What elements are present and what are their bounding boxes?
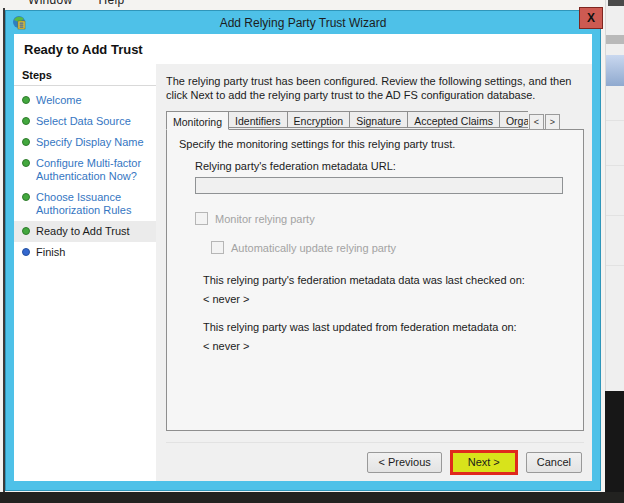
step-specify-display-name[interactable]: Specify Display Name xyxy=(14,132,156,153)
cancel-button[interactable]: Cancel xyxy=(526,452,582,473)
step-configure-multi-factor[interactable]: Configure Multi-factor Authentication No… xyxy=(14,153,156,187)
intro-text: The relying party trust has been configu… xyxy=(166,74,584,102)
background-list-divider xyxy=(606,165,624,166)
last-updated-label: This relying party was last updated from… xyxy=(203,321,571,333)
tab-monitoring[interactable]: Monitoring xyxy=(166,111,229,130)
auto-update-label: Automatically update relying party xyxy=(231,242,396,254)
auto-update-checkbox-row: Automatically update relying party xyxy=(211,241,571,254)
menu-item-window[interactable]: Window xyxy=(28,0,72,7)
menu-item-help[interactable]: Help xyxy=(98,0,124,7)
step-select-data-source[interactable]: Select Data Source xyxy=(14,111,156,132)
monitor-relying-party-checkbox-row: Monitor relying party xyxy=(195,212,571,225)
tab-encryption[interactable]: Encryption xyxy=(288,111,351,128)
step-status-icon xyxy=(22,159,30,167)
federation-metadata-url-input[interactable] xyxy=(195,177,563,194)
background-scrollbar-track xyxy=(606,35,624,44)
background-list-divider xyxy=(606,120,624,121)
monitoring-description: Specify the monitoring settings for this… xyxy=(179,138,571,150)
federation-metadata-url-label: Relying party's federation metadata URL: xyxy=(195,160,571,172)
step-status-icon xyxy=(22,227,30,235)
step-status-icon xyxy=(22,248,30,256)
close-button[interactable]: X xyxy=(579,7,603,29)
background-window-corner xyxy=(608,0,624,6)
add-relying-party-trust-wizard-dialog: Add Relying Party Trust Wizard X Ready t… xyxy=(5,10,601,491)
background-list-divider xyxy=(606,215,624,216)
dialog-titlebar[interactable]: Add Relying Party Trust Wizard X xyxy=(6,11,600,34)
settings-tabs: Monitoring Identifiers Encryption Signat… xyxy=(166,111,584,130)
step-welcome[interactable]: Welcome xyxy=(14,90,156,111)
background-dark-area xyxy=(605,391,624,503)
monitoring-tab-panel: Specify the monitoring settings for this… xyxy=(166,129,584,431)
auto-update-checkbox[interactable] xyxy=(211,241,224,254)
tab-signature[interactable]: Signature xyxy=(350,111,408,128)
background-right-panel xyxy=(605,0,624,503)
monitor-relying-party-checkbox[interactable] xyxy=(195,212,208,225)
step-status-icon xyxy=(22,193,30,201)
tab-scroll-right-button[interactable]: > xyxy=(545,114,560,130)
page-title: Ready to Add Trust xyxy=(14,34,592,64)
background-list-divider xyxy=(606,265,624,266)
tab-organization[interactable]: Organization xyxy=(500,111,528,128)
last-updated-value: < never > xyxy=(203,340,571,352)
tab-identifiers[interactable]: Identifiers xyxy=(229,111,288,128)
last-checked-value: < never > xyxy=(203,293,571,305)
step-status-icon xyxy=(22,138,30,146)
step-status-icon xyxy=(22,96,30,104)
next-button[interactable]: Next > xyxy=(450,450,518,475)
previous-button[interactable]: < Previous xyxy=(367,452,441,473)
steps-sidebar: Steps Welcome Select Data Source Specify… xyxy=(14,64,156,481)
step-finish[interactable]: Finish xyxy=(14,242,156,263)
step-status-icon xyxy=(22,117,30,125)
steps-title: Steps xyxy=(14,66,156,86)
background-taskbar-area xyxy=(0,492,624,503)
main-content: The relying party trust has been configu… xyxy=(156,64,592,481)
step-ready-to-add-trust[interactable]: Ready to Add Trust xyxy=(14,221,156,242)
wizard-button-bar: < Previous Next > Cancel xyxy=(166,442,584,481)
background-menubar: Window Help xyxy=(28,0,124,7)
monitor-relying-party-label: Monitor relying party xyxy=(215,213,315,225)
last-checked-label: This relying party's federation metadata… xyxy=(203,274,571,286)
tab-scroll-left-button[interactable]: < xyxy=(529,114,544,130)
tab-accepted-claims[interactable]: Accepted Claims xyxy=(408,111,500,128)
background-scrollbar-thumb[interactable] xyxy=(606,55,624,86)
dialog-title: Add Relying Party Trust Wizard xyxy=(6,16,600,30)
step-choose-issuance-rules[interactable]: Choose Issuance Authorization Rules xyxy=(14,187,156,221)
